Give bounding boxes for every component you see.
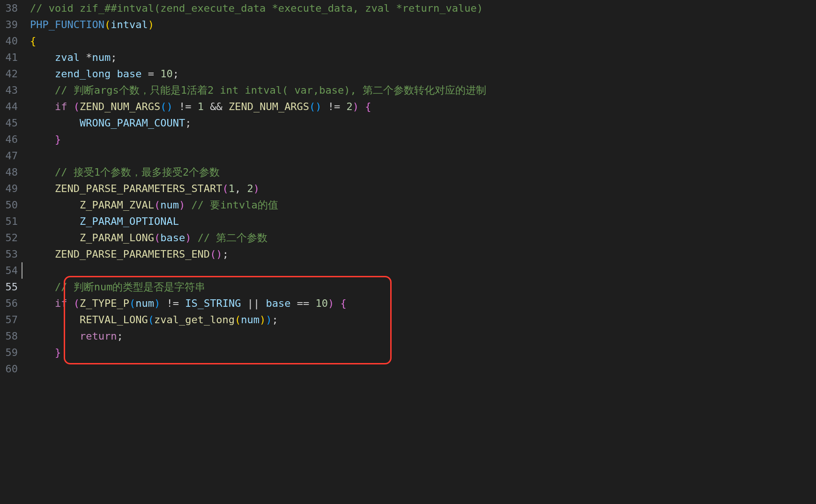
line-number[interactable]: 43 [0,82,18,98]
line-number[interactable]: 38 [0,0,18,16]
code-token: 10 [160,68,173,80]
line-number[interactable]: 51 [0,213,18,230]
line-number[interactable]: 40 [0,33,18,49]
code-token [30,199,80,211]
code-line[interactable]: // 判断args个数，只能是1活着2 int intval( var,base… [30,82,816,98]
code-token [191,101,197,112]
line-number[interactable]: 42 [0,66,18,82]
line-number[interactable]: 44 [0,98,18,115]
code-token: && [210,101,223,112]
line-number[interactable]: 48 [0,164,18,180]
line-number[interactable]: 45 [0,115,18,131]
code-token: ( [74,101,80,112]
line-number[interactable]: 59 [0,344,18,361]
code-line[interactable] [30,361,816,377]
code-token: { [340,297,346,309]
code-token: // void zif_##intval(zend_execute_data *… [30,2,483,14]
code-token: 2 [347,101,353,112]
code-editor[interactable]: 3839404142434445464748495051525354555657… [0,0,816,504]
code-line[interactable]: // 接受1个参数，最多接受2个参数 [30,164,816,180]
line-number[interactable]: 58 [0,328,18,344]
code-token: RETVAL_LONG [80,314,148,326]
code-token [30,297,55,309]
code-line[interactable]: Z_PARAM_OPTIONAL [30,213,816,230]
code-line[interactable] [30,262,816,279]
code-token [322,101,328,112]
code-token: ; [117,330,123,342]
code-token: } [55,347,61,358]
code-token: base [117,68,141,80]
text-cursor [22,262,22,279]
code-line[interactable]: // 判断num的类型是否是字符串 [30,279,816,295]
code-area[interactable]: // void zif_##intval(zend_execute_data *… [22,0,816,504]
code-token [30,347,55,358]
code-token: * [86,52,92,63]
code-token: PHP_FUNCTION [30,19,104,30]
code-line[interactable]: return; [30,328,816,344]
code-token: , [235,183,241,194]
code-token: num [160,199,179,211]
code-line[interactable]: ZEND_PARSE_PARAMETERS_START(1, 2) [30,180,816,197]
code-line[interactable]: PHP_FUNCTION(intval) [30,16,816,33]
line-number[interactable]: 49 [0,180,18,197]
code-token: ; [173,68,179,80]
code-line[interactable]: Z_PARAM_LONG(base) // 第二个参数 [30,230,816,246]
code-token [111,68,117,80]
line-number[interactable]: 50 [0,197,18,213]
code-line[interactable]: ZEND_PARSE_PARAMETERS_END(); [30,246,816,262]
code-token: zval_get_long [154,314,235,326]
line-number[interactable]: 53 [0,246,18,262]
code-token: base [160,232,185,244]
code-token: ( [104,19,111,30]
code-line[interactable]: } [30,131,816,148]
code-token: // 要intvla的值 [191,199,278,211]
code-token [30,330,80,342]
code-line[interactable]: Z_PARAM_ZVAL(num) // 要intvla的值 [30,197,816,213]
code-line[interactable]: if (Z_TYPE_P(num) != IS_STRING || base =… [30,295,816,311]
code-line[interactable]: WRONG_PARAM_COUNT; [30,115,816,131]
code-line[interactable]: zend_long base = 10; [30,66,816,82]
code-token [290,297,297,309]
code-token: 2 [247,183,253,194]
line-number[interactable]: 52 [0,230,18,246]
code-token: base [266,297,290,309]
code-token [204,101,210,112]
line-number[interactable]: 47 [0,148,18,164]
code-line[interactable]: RETVAL_LONG(zval_get_long(num)); [30,311,816,328]
code-line[interactable]: zval *num; [30,49,816,66]
line-number[interactable]: 54 [0,262,18,279]
code-token [30,248,55,260]
code-line[interactable]: { [30,33,816,49]
code-line[interactable]: // void zif_##intval(zend_execute_data *… [30,0,816,16]
code-token: num [135,297,154,309]
line-number[interactable]: 56 [0,295,18,311]
code-token: != [166,297,179,309]
code-token: != [179,101,192,112]
code-token [30,84,55,96]
code-token: // 判断args个数，只能是1活着2 int intval( var,base… [55,84,486,96]
line-number[interactable]: 41 [0,49,18,66]
code-token [241,297,247,309]
code-token: ( [129,297,135,309]
code-token [260,297,266,309]
code-token: ZEND_NUM_ARGS [80,101,160,112]
line-number[interactable]: 60 [0,361,18,377]
code-line[interactable]: if (ZEND_NUM_ARGS() != 1 && ZEND_NUM_ARG… [30,98,816,115]
code-line[interactable] [30,148,816,164]
line-number[interactable]: 39 [0,16,18,33]
code-token: || [247,297,260,309]
code-token: { [30,35,36,47]
line-number-gutter[interactable]: 3839404142434445464748495051525354555657… [0,0,22,504]
code-token [179,297,185,309]
line-number[interactable]: 55 [0,279,18,295]
code-token: ( [74,297,80,309]
line-number[interactable]: 57 [0,311,18,328]
code-token [223,101,229,112]
line-number[interactable]: 46 [0,131,18,148]
code-token [241,183,247,194]
code-token: ) [185,232,191,244]
code-line[interactable]: } [30,344,816,361]
code-token: // 第二个参数 [198,232,268,244]
code-token: // 判断num的类型是否是字符串 [55,281,205,293]
code-token [30,281,55,293]
